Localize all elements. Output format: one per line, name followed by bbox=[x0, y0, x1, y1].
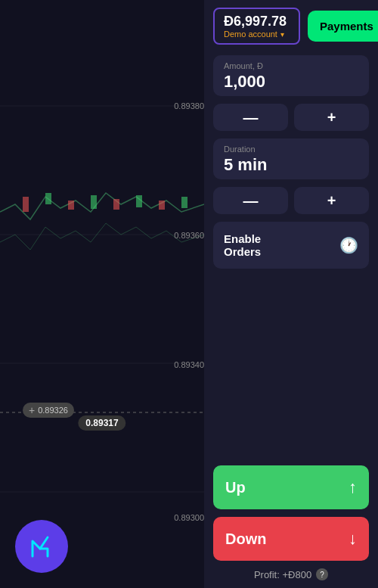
svg-rect-5 bbox=[45, 193, 51, 204]
down-button[interactable]: Down ↓ bbox=[213, 517, 369, 561]
enable-orders-label: EnableOrders bbox=[224, 232, 261, 258]
profit-text: Profit: +Đ800 bbox=[254, 569, 311, 580]
header-row: Đ6,997.78 Demo account ▾ Payments 👤 1 bbox=[213, 8, 369, 45]
up-label: Up bbox=[225, 479, 246, 496]
amount-decrease-button[interactable]: — bbox=[213, 104, 288, 131]
down-label: Down bbox=[225, 530, 266, 548]
profit-row: Profit: +Đ800 ? bbox=[213, 568, 369, 580]
svg-rect-9 bbox=[136, 195, 142, 207]
amount-increase-button[interactable]: + bbox=[294, 104, 369, 131]
svg-rect-10 bbox=[159, 201, 165, 210]
svg-rect-11 bbox=[181, 197, 187, 208]
down-arrow-icon: ↓ bbox=[349, 529, 357, 549]
amount-field-box: Amount, Đ 1,000 bbox=[213, 55, 369, 96]
price-label-2: 0.89340 bbox=[174, 360, 204, 369]
amount-stepper-row: — + bbox=[213, 104, 369, 131]
svg-rect-6 bbox=[68, 201, 74, 210]
duration-field-box: Duration 5 min bbox=[213, 138, 369, 179]
price-label-3: 0.89300 bbox=[174, 513, 204, 522]
svg-rect-4 bbox=[23, 197, 29, 212]
logo-button[interactable] bbox=[15, 520, 68, 573]
enable-orders-button[interactable]: EnableOrders 🕐 bbox=[213, 222, 369, 269]
duration-stepper-row: — + bbox=[213, 187, 369, 214]
price-label-0: 0.89380 bbox=[174, 101, 204, 110]
current-price-bubble: 0.89317 bbox=[78, 415, 125, 431]
chevron-down-icon: ▾ bbox=[280, 30, 284, 39]
right-panel: Đ6,997.78 Demo account ▾ Payments 👤 1 Am… bbox=[204, 0, 378, 588]
svg-rect-7 bbox=[91, 195, 97, 209]
svg-rect-8 bbox=[113, 199, 119, 210]
account-type: Demo account ▾ bbox=[224, 30, 290, 39]
clock-icon: 🕐 bbox=[339, 236, 358, 254]
up-arrow-icon: ↑ bbox=[349, 478, 357, 497]
help-icon[interactable]: ? bbox=[316, 568, 328, 580]
duration-value: 5 min bbox=[224, 155, 358, 175]
price-label-1: 0.89360 bbox=[174, 231, 204, 240]
duration-increase-button[interactable]: + bbox=[294, 187, 369, 214]
amount-value: 1,000 bbox=[224, 72, 358, 92]
payments-button[interactable]: Payments bbox=[308, 11, 378, 42]
account-selector[interactable]: Đ6,997.78 Demo account ▾ bbox=[213, 8, 300, 45]
up-button[interactable]: Up ↑ bbox=[213, 465, 369, 509]
duration-label: Duration bbox=[224, 145, 358, 154]
chart-area: 0.89380 0.89360 0.89340 0.89300 + 0.8932… bbox=[0, 0, 204, 588]
crosshair-plus: + bbox=[29, 404, 35, 416]
amount-label: Amount, Đ bbox=[224, 61, 358, 70]
account-balance: Đ6,997.78 bbox=[224, 14, 290, 30]
duration-decrease-button[interactable]: — bbox=[213, 187, 288, 214]
crosshair-price: + 0.89326 bbox=[23, 403, 74, 418]
crosshair-value: 0.89326 bbox=[38, 406, 68, 415]
